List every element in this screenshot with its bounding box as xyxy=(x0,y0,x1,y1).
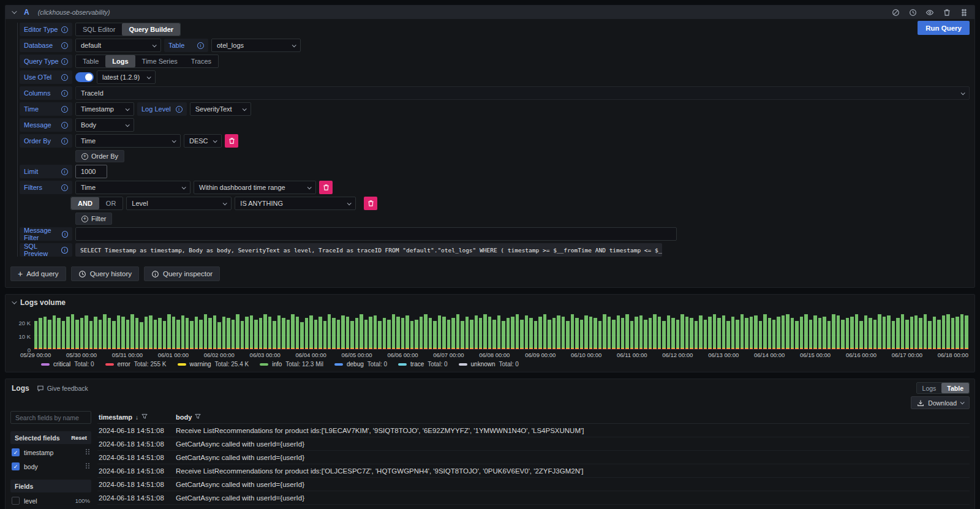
and-option[interactable]: AND xyxy=(71,197,99,209)
query-builder-option[interactable]: Query Builder xyxy=(122,23,180,36)
add-filter-button[interactable]: Filter xyxy=(75,213,112,225)
legend-item-debug[interactable]: debugTotal: 0 xyxy=(334,361,387,368)
query-history-button[interactable]: Query history xyxy=(71,266,139,281)
plus-icon xyxy=(81,153,88,160)
drag-handle-icon[interactable] xyxy=(960,8,968,17)
legend-item-info[interactable]: infoTotal: 12.3 Mil xyxy=(260,361,323,368)
collapse-volume-icon[interactable] xyxy=(12,299,17,304)
volume-bar xyxy=(277,315,281,349)
checkbox-checked[interactable]: ✓ xyxy=(12,462,20,470)
chevron-down-icon xyxy=(960,400,965,404)
log-level-select[interactable]: SeverityText xyxy=(190,102,251,116)
table-row[interactable]: 2024-06-18 14:51:08GetCartAsync called w… xyxy=(97,451,970,464)
query-history-icon[interactable] xyxy=(908,8,917,17)
remove-filter-button[interactable] xyxy=(319,181,333,194)
columns-label: Columns xyxy=(20,86,72,100)
download-button[interactable]: Download xyxy=(911,396,970,409)
search-fields-input[interactable] xyxy=(10,411,91,424)
info-icon[interactable] xyxy=(61,58,68,65)
legend-item-unknown[interactable]: unknownTotal: 0 xyxy=(459,361,519,368)
volume-bar xyxy=(690,318,693,349)
info-icon[interactable] xyxy=(62,231,68,238)
info-icon[interactable] xyxy=(61,90,68,97)
columns-select[interactable]: TraceId xyxy=(75,86,970,100)
add-query-button[interactable]: + Add query xyxy=(10,266,66,281)
volume-bar xyxy=(612,320,615,349)
view-table-option[interactable]: Table xyxy=(941,383,969,393)
database-select[interactable]: default xyxy=(75,39,161,52)
or-option[interactable]: OR xyxy=(99,197,123,209)
drag-handle-icon[interactable] xyxy=(85,462,90,470)
remove-order-by-button[interactable] xyxy=(225,134,238,148)
use-otel-toggle[interactable] xyxy=(75,72,94,82)
query-type-logs[interactable]: Logs xyxy=(105,55,135,67)
checkbox-unchecked[interactable] xyxy=(12,497,20,505)
info-icon[interactable] xyxy=(61,106,68,113)
query-inspector-button[interactable]: Query inspector xyxy=(144,266,220,281)
volume-bar xyxy=(337,320,340,349)
table-select[interactable]: otel_logs xyxy=(211,39,301,52)
timestamp-column-header[interactable]: timestamp ↓ xyxy=(97,413,172,421)
table-row[interactable]: 2024-06-18 14:51:08Receive ListRecommend… xyxy=(97,424,970,437)
legend-swatch xyxy=(398,363,407,366)
remove-level-filter-button[interactable] xyxy=(364,197,377,210)
info-icon[interactable] xyxy=(61,168,68,175)
legend-item-error[interactable]: errorTotal: 255 K xyxy=(105,361,167,368)
table-row[interactable]: 2024-06-18 14:51:08GetCartAsync called w… xyxy=(97,478,970,491)
y-axis: 010 K20 K xyxy=(12,312,34,350)
order-by-field-select[interactable]: Time xyxy=(75,134,181,148)
body-column-header[interactable]: body xyxy=(172,413,970,421)
filter-operator-select[interactable]: Within dashboard time range xyxy=(194,181,316,194)
message-column-select[interactable]: Body xyxy=(75,118,134,132)
x-tick-label: 06/12 00:00 xyxy=(662,352,693,358)
table-row[interactable]: 2024-06-18 14:51:08GetCartAsync called w… xyxy=(97,491,970,505)
info-icon[interactable] xyxy=(61,122,68,129)
table-row[interactable]: 2024-06-18 14:51:08GetCartAsync called w… xyxy=(97,437,970,451)
table-row[interactable]: 2024-06-18 14:51:08GetCartAsync called w… xyxy=(97,505,970,509)
add-order-by-button[interactable]: Order By xyxy=(75,150,124,162)
info-icon[interactable] xyxy=(61,42,68,49)
drag-handle-icon[interactable] xyxy=(85,448,90,456)
info-icon[interactable] xyxy=(176,106,183,113)
info-icon[interactable] xyxy=(61,26,68,33)
give-feedback-button[interactable]: Give feedback xyxy=(37,385,88,392)
info-icon[interactable] xyxy=(197,42,204,49)
message-filter-input[interactable] xyxy=(75,227,677,241)
disable-query-icon[interactable] xyxy=(891,8,900,17)
info-icon[interactable] xyxy=(61,74,68,81)
view-logs-option[interactable]: Logs xyxy=(917,383,942,393)
filter-field-select[interactable]: Time xyxy=(75,181,190,194)
run-query-button[interactable]: Run Query xyxy=(918,21,970,35)
sort-desc-icon[interactable]: ↓ xyxy=(135,414,138,421)
query-type-traces[interactable]: Traces xyxy=(184,55,218,67)
legend-label: debug xyxy=(347,361,364,368)
level-filter-operator-select[interactable]: IS ANYTHING xyxy=(235,197,356,210)
query-type-table[interactable]: Table xyxy=(76,55,105,67)
time-column-select[interactable]: Timestamp xyxy=(75,102,134,116)
info-icon[interactable] xyxy=(61,184,68,191)
info-icon[interactable] xyxy=(61,138,68,145)
legend-item-trace[interactable]: traceTotal: 0 xyxy=(398,361,447,368)
filter-icon[interactable] xyxy=(141,413,148,421)
query-type-time-series[interactable]: Time Series xyxy=(135,55,184,67)
limit-input[interactable] xyxy=(75,165,107,178)
info-icon[interactable] xyxy=(61,247,68,254)
table-row[interactable]: 2024-06-18 14:51:08Receive ListRecommend… xyxy=(97,464,970,478)
reset-fields-button[interactable]: Reset xyxy=(71,434,87,441)
volume-bar xyxy=(525,315,528,349)
delete-query-icon[interactable] xyxy=(943,8,951,17)
collapse-query-icon[interactable] xyxy=(12,9,17,13)
legend-item-critical[interactable]: criticalTotal: 0 xyxy=(41,361,94,368)
order-by-direction-select[interactable]: DESC xyxy=(184,134,222,148)
x-tick-label: 06/04 00:00 xyxy=(296,352,326,358)
checkbox-checked[interactable]: ✓ xyxy=(12,448,20,456)
sql-editor-option[interactable]: SQL Editor xyxy=(76,23,122,36)
gridline xyxy=(34,322,968,322)
filter-icon[interactable] xyxy=(195,413,201,421)
query-editor-panel: A (clickhouse-observability) Run Query E… xyxy=(5,5,975,288)
level-filter-field-select[interactable]: Level xyxy=(126,197,232,210)
hide-response-icon[interactable] xyxy=(925,8,934,17)
legend-item-warning[interactable]: warningTotal: 25.4 K xyxy=(178,361,249,368)
volume-bar xyxy=(309,315,312,349)
otel-version-select[interactable]: latest (1.2.9) xyxy=(97,70,156,84)
